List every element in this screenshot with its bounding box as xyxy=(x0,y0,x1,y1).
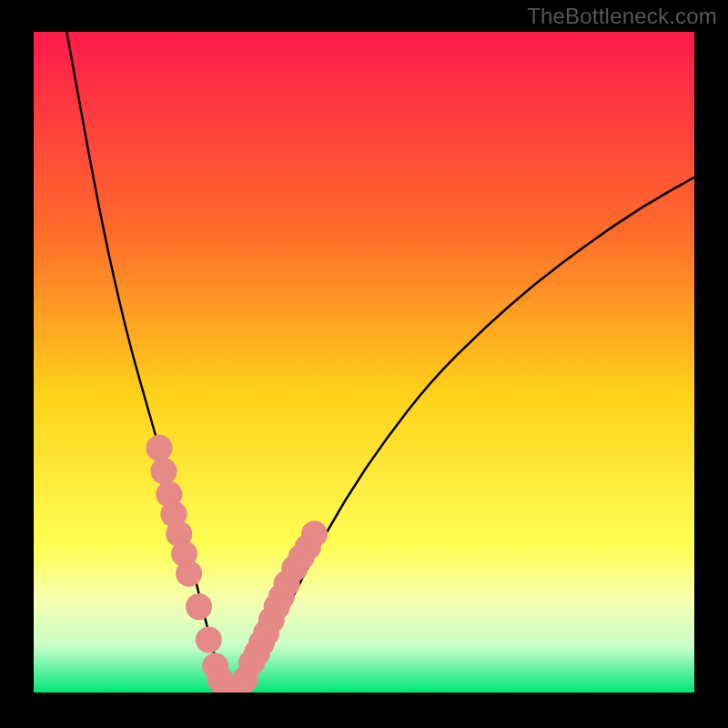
highlight-marker xyxy=(146,435,172,461)
chart-frame: TheBottleneck.com xyxy=(0,0,728,728)
highlight-marker xyxy=(186,593,212,620)
chart-background xyxy=(34,32,694,693)
watermark-text: TheBottleneck.com xyxy=(527,4,717,29)
highlight-marker xyxy=(151,458,177,484)
highlight-marker xyxy=(196,626,222,652)
plot-area xyxy=(34,32,694,694)
highlight-marker xyxy=(301,521,328,547)
highlight-marker xyxy=(176,561,202,587)
chart-svg xyxy=(34,32,694,693)
